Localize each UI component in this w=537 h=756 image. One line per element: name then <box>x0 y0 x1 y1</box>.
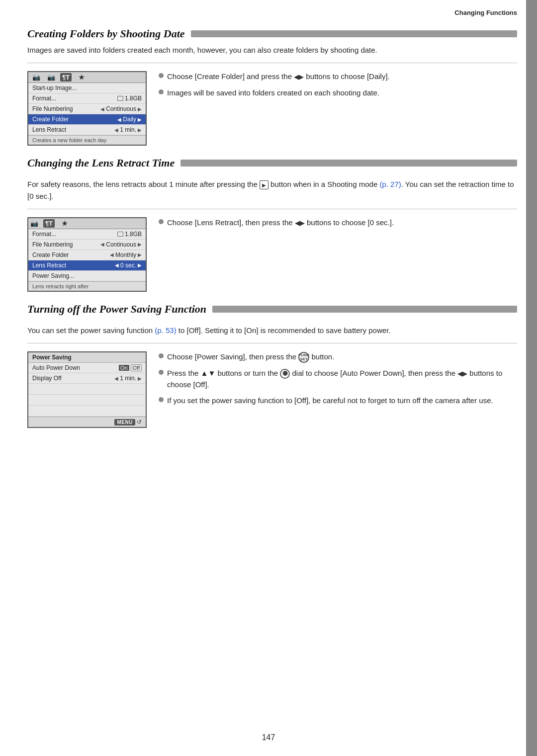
bullet-circle-2a <box>159 219 164 224</box>
section3-body: You can set the power saving function (p… <box>27 325 517 336</box>
toggle-off: Off <box>131 364 142 371</box>
func-set-button: FUNCSET <box>298 352 309 363</box>
dial-icon: ⚫ <box>280 369 290 379</box>
header-title: Changing Functions <box>454 9 517 16</box>
section3-bullet-3: If you set the power saving function to … <box>159 395 517 407</box>
bullet-circle-3b <box>159 370 164 375</box>
section1-bullet-list: Choose [Create Folder] and press the ◀▶ … <box>159 71 517 103</box>
lcd1-row-lensretract: Lens Retract ◀ 1 min. ▶ <box>28 125 146 135</box>
page-header: Changing Functions <box>454 9 517 16</box>
bullet-circle-3a <box>159 353 164 358</box>
section1-bullet-2: Images will be saved into folders create… <box>159 87 517 99</box>
arrow-left-2c: ◀ <box>115 262 119 268</box>
lcd1-row-filenumbering: File Numbering ◀ Continuous ▶ <box>28 104 146 114</box>
lcd1-camera-icon: 📷 <box>47 74 55 81</box>
nav-arrows-3: ◀▶ <box>457 369 467 379</box>
lcd1-row-startup: Start-up Image... <box>28 83 146 93</box>
section2-title-bar: Changing the Lens Retract Time <box>27 157 517 169</box>
arrow-left-1a: ◀ <box>100 106 104 112</box>
arrow-right-3a: ▶ <box>138 376 142 381</box>
lcd2-row-filenumbering: File Numbering ◀ Continuous ▶ <box>28 240 146 250</box>
arrow-right-2b: ▶ <box>138 252 142 257</box>
lcd1-row-format: Format... 1.8GB <box>28 93 146 104</box>
lcd-screen-1: 📷 📷 ¶T ★ Start-up Image... Format... 1.8… <box>27 71 147 146</box>
nav-arrows-1: ◀▶ <box>294 72 304 82</box>
section3-title: Turning off the Power Saving Function <box>27 303 206 316</box>
lcd3-header: Power Saving <box>28 352 146 363</box>
lcd1-tab-camera: 📷 <box>30 73 42 82</box>
lcd2-tab-row: 📷 ¶T ★ <box>28 218 146 229</box>
section2-title-line <box>180 160 517 167</box>
play-button-icon: ▶ <box>260 180 268 189</box>
divider2 <box>27 209 517 209</box>
lcd1-tab-row: 📷 📷 ¶T ★ <box>28 72 146 83</box>
content-area: Creating Folders by Shooting Date Images… <box>27 0 517 428</box>
arrow-left-2a: ◀ <box>100 242 104 247</box>
arrow-right-2a: ▶ <box>138 242 142 247</box>
nav-arrows-2: ◀▶ <box>295 218 305 228</box>
bullet-circle-3c <box>159 397 164 402</box>
section3-bullet-list: Choose [Power Saving], then press the FU… <box>159 351 517 412</box>
arrow-right-1c: ▶ <box>138 127 142 133</box>
section2-bullet-1: Choose [Lens Retract], then press the ◀▶… <box>159 217 517 229</box>
section3-sep: Turning off the Power Saving Function <box>27 303 517 316</box>
lcd2-tab-settings: ¶T <box>43 219 55 228</box>
lcd2-row-lensretract: Lens Retract ◀ 0 sec. ▶ <box>28 260 146 271</box>
lcd2-row-format: Format... 1.8GB <box>28 229 146 240</box>
section1-bullet-1: Choose [Create Folder] and press the ◀▶ … <box>159 71 517 83</box>
lcd2-footer: Lens retracts right after <box>28 281 146 291</box>
section1-body: Images are saved into folders created ea… <box>27 44 517 56</box>
lcd2-row-createfolder: Create Folder ◀ Monthly ▶ <box>28 250 146 260</box>
side-tab <box>526 0 537 756</box>
lcd-screen-2: 📷 ¶T ★ Format... 1.8GB File Numbering ◀ … <box>27 217 147 292</box>
toggle-on: On <box>119 365 129 371</box>
divider3 <box>27 343 517 343</box>
arrow-left-1c: ◀ <box>114 127 118 133</box>
arrow-left-2b: ◀ <box>110 252 114 257</box>
lcd3-spacer3 <box>28 406 146 417</box>
section2-sep: Changing the Lens Retract Time <box>27 157 517 169</box>
section3-instruction-row: Power Saving Auto Power Down On Off Disp… <box>27 351 517 428</box>
section3-bullet-1: Choose [Power Saving], then press the FU… <box>159 351 517 363</box>
section1-title-bar: Creating Folders by Shooting Date <box>27 27 517 40</box>
section3-link[interactable]: (p. 53) <box>155 326 176 335</box>
lcd3-row-autopowerdown: Auto Power Down On Off <box>28 363 146 373</box>
lcd2-camera-icon: 📷 <box>30 220 38 227</box>
section2-link[interactable]: (p. 27) <box>379 180 401 188</box>
section2-bullet-list: Choose [Lens Retract], then press the ◀▶… <box>159 217 517 234</box>
section1-instruction-row: 📷 📷 ¶T ★ Start-up Image... Format... 1.8… <box>27 71 517 146</box>
page-number: 147 <box>262 733 275 742</box>
lcd2-row-powersaving: Power Saving... <box>28 271 146 281</box>
lcd2-tab-star: ★ <box>60 219 70 228</box>
section3-title-line <box>212 306 517 313</box>
lcd1-row-createfolder: Create Folder ◀ Daily ▶ <box>28 114 146 125</box>
section2-body: For safety reasons, the lens retracts ab… <box>27 178 517 202</box>
storage-icon-2 <box>117 232 123 237</box>
storage-icon-1 <box>117 96 123 101</box>
lcd1-footer: Creates a new folder each day <box>28 135 146 145</box>
menu-arrow: ↺ <box>137 419 142 425</box>
section1-title-line <box>191 30 517 37</box>
section2-title: Changing the Lens Retract Time <box>27 157 175 169</box>
section3-title-bar: Turning off the Power Saving Function <box>27 303 517 316</box>
arrow-right-1b: ▶ <box>138 117 142 122</box>
arrow-left-3a: ◀ <box>114 376 118 381</box>
lcd3-footer: MENU ↺ <box>28 417 146 427</box>
lcd3-spacer1 <box>28 384 146 395</box>
arrow-right-1a: ▶ <box>138 106 142 112</box>
lcd-screen-3: Power Saving Auto Power Down On Off Disp… <box>27 351 147 428</box>
section2-instruction-row: 📷 ¶T ★ Format... 1.8GB File Numbering ◀ … <box>27 217 517 292</box>
section1-title: Creating Folders by Shooting Date <box>27 27 185 40</box>
section3-bullet-2: Press the ▲▼ buttons or turn the ⚫ dial … <box>159 368 517 390</box>
arrow-right-2c: ▶ <box>138 262 142 268</box>
menu-button: MENU <box>114 419 135 425</box>
lcd1-tab-star: ★ <box>77 73 87 82</box>
arrow-left-1b: ◀ <box>117 117 121 122</box>
bullet-circle-1b <box>159 89 164 94</box>
lcd3-spacer2 <box>28 395 146 406</box>
lcd1-tab-settings: ¶T <box>60 73 72 82</box>
lcd3-row-displayoff: Display Off ◀ 1 min. ▶ <box>28 373 146 384</box>
divider1 <box>27 63 517 63</box>
bullet-circle-1a <box>159 73 164 78</box>
